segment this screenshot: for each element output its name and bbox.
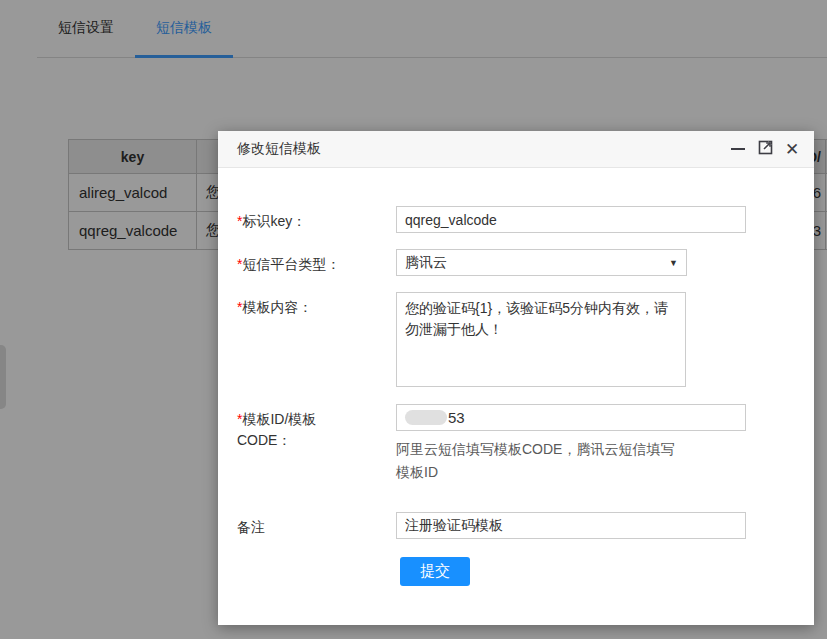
form-row-content: *模板内容： 您的验证码{1}，该验证码5分钟内有效，请勿泄漏于他人！ xyxy=(237,292,795,387)
dialog-title: 修改短信模板 xyxy=(237,140,720,158)
template-id-visible-suffix: 53 xyxy=(448,409,465,426)
platform-field-label: *短信平台类型： xyxy=(237,249,396,275)
content-field-label: *模板内容： xyxy=(237,292,396,318)
form-row-template-id: *模板ID/模板CODE： 53 阿里云短信填写模板CODE，腾讯云短信填写模板… xyxy=(237,404,795,484)
minimize-button[interactable] xyxy=(729,140,747,158)
page: 短信设置 短信模板 key D/ alireg_valcod 您 76 qqre… xyxy=(0,0,827,639)
dialog-body: *标识key： *短信平台类型： 腾讯云 ▼ *模板内容： 您的验证码{1}，该… xyxy=(218,168,814,586)
remark-input[interactable] xyxy=(396,512,746,539)
form-row-key: *标识key： xyxy=(237,206,795,233)
edit-sms-template-dialog: 修改短信模板 ✕ *标识key： xyxy=(218,131,814,625)
form-row-platform: *短信平台类型： 腾讯云 ▼ xyxy=(237,249,795,276)
dialog-header: 修改短信模板 ✕ xyxy=(218,131,814,168)
redacted-value-blob xyxy=(405,410,447,425)
template-id-group: 53 阿里云短信填写模板CODE，腾讯云短信填写模板ID xyxy=(396,404,746,484)
platform-select[interactable]: 腾讯云 ▼ xyxy=(396,249,687,276)
chevron-down-icon: ▼ xyxy=(669,258,678,268)
platform-select-value: 腾讯云 xyxy=(405,254,447,272)
submit-button[interactable]: 提交 xyxy=(400,557,470,586)
template-id-field-label: *模板ID/模板CODE： xyxy=(237,404,396,451)
close-icon: ✕ xyxy=(785,141,799,158)
template-content-textarea[interactable]: 您的验证码{1}，该验证码5分钟内有效，请勿泄漏于他人！ xyxy=(396,292,686,387)
remark-field-label: 备注 xyxy=(237,512,396,538)
minimize-icon xyxy=(731,148,745,150)
key-field-label: *标识key： xyxy=(237,206,396,232)
maximize-icon xyxy=(758,140,773,158)
close-button[interactable]: ✕ xyxy=(783,140,801,158)
maximize-button[interactable] xyxy=(756,140,774,158)
template-id-help-text: 阿里云短信填写模板CODE，腾讯云短信填写模板ID xyxy=(396,438,684,484)
key-input[interactable] xyxy=(396,206,746,233)
template-id-input[interactable]: 53 xyxy=(396,404,746,431)
form-row-remark: 备注 xyxy=(237,512,795,539)
